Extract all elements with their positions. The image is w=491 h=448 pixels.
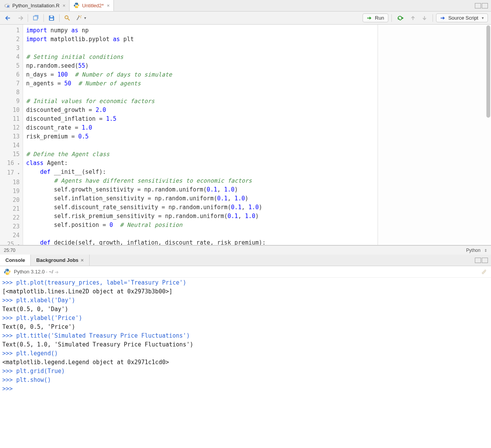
svg-point-7: [80, 16, 81, 17]
svg-rect-4: [50, 18, 53, 20]
close-tab-icon[interactable]: ×: [63, 3, 66, 8]
svg-rect-3: [33, 16, 37, 20]
console-tab-label: Background Jobs: [36, 257, 78, 263]
find-button[interactable]: [62, 14, 73, 22]
rerun-button[interactable]: [395, 14, 406, 22]
svg-point-8: [81, 15, 82, 16]
svg-point-11: [8, 274, 9, 275]
close-tab-icon[interactable]: ×: [107, 3, 110, 8]
code-editor[interactable]: 12345678910111213141516 ▾17 ▾18192021222…: [0, 25, 491, 245]
tab-label: Untitled2*: [82, 3, 103, 8]
console-pane-controls: [475, 258, 488, 263]
show-in-new-window-button[interactable]: [30, 14, 41, 22]
code-area[interactable]: import numpy as npimport matplotlib.pypl…: [23, 25, 378, 245]
source-script-button[interactable]: Source Script ▾: [436, 13, 488, 22]
scrollbar-thumb[interactable]: [486, 25, 490, 118]
console-tab[interactable]: Background Jobs×: [31, 255, 89, 266]
overview-ruler: [378, 25, 491, 245]
console-tab[interactable]: Console: [0, 255, 31, 266]
go-up-button[interactable]: [408, 14, 418, 22]
editor-tab[interactable]: RPython_Installation.R×: [0, 0, 70, 11]
minimize-pane-icon[interactable]: [475, 3, 481, 8]
console-info: Python 3.12.0 · ~/: [14, 269, 59, 275]
svg-point-6: [65, 16, 68, 19]
clear-console-button[interactable]: [480, 268, 487, 275]
svg-rect-5: [50, 16, 53, 17]
editor-status-bar: 25:70 Python ⇕: [0, 245, 491, 255]
source-label: Source Script: [448, 15, 478, 21]
cursor-position: 25:70: [4, 248, 15, 253]
tab-label: Python_Installation.R: [12, 3, 60, 8]
console-path-arrow-icon: [55, 270, 59, 274]
back-button[interactable]: [3, 14, 14, 22]
line-gutter: 12345678910111213141516 ▾17 ▾18192021222…: [0, 25, 23, 245]
save-button[interactable]: [46, 14, 57, 22]
console-header: Python 3.12.0 · ~/: [0, 266, 491, 278]
file-type-icon: R: [4, 3, 10, 9]
console-tab-label: Console: [5, 257, 25, 263]
run-button[interactable]: Run: [363, 13, 388, 22]
source-icon: [440, 16, 446, 20]
file-type-icon: [73, 2, 80, 8]
forward-button[interactable]: [15, 14, 25, 22]
editor-tab[interactable]: Untitled2*×: [70, 0, 114, 11]
svg-point-9: [80, 17, 81, 18]
run-label: Run: [375, 15, 384, 21]
code-tools-button[interactable]: ▾: [73, 14, 88, 22]
minimize-console-icon[interactable]: [475, 258, 481, 263]
console-tab-bar: ConsoleBackground Jobs×: [0, 255, 491, 266]
svg-point-10: [6, 269, 7, 270]
close-tab-icon[interactable]: ×: [81, 257, 84, 263]
go-down-button[interactable]: [419, 14, 429, 22]
python-icon: [4, 268, 11, 275]
pane-window-controls: [475, 3, 488, 8]
svg-text:R: R: [7, 5, 10, 8]
maximize-console-icon[interactable]: [482, 258, 488, 263]
editor-toolbar: ▾ Run Source Script ▾: [0, 12, 491, 25]
console-output[interactable]: >>> plt.plot(treasury_prices, label='Tre…: [0, 278, 491, 448]
run-icon: [367, 16, 373, 20]
editor-tab-bar: RPython_Installation.R×Untitled2*×: [0, 0, 491, 12]
language-selector[interactable]: Python ⇕: [466, 248, 487, 253]
maximize-pane-icon[interactable]: [482, 3, 488, 8]
